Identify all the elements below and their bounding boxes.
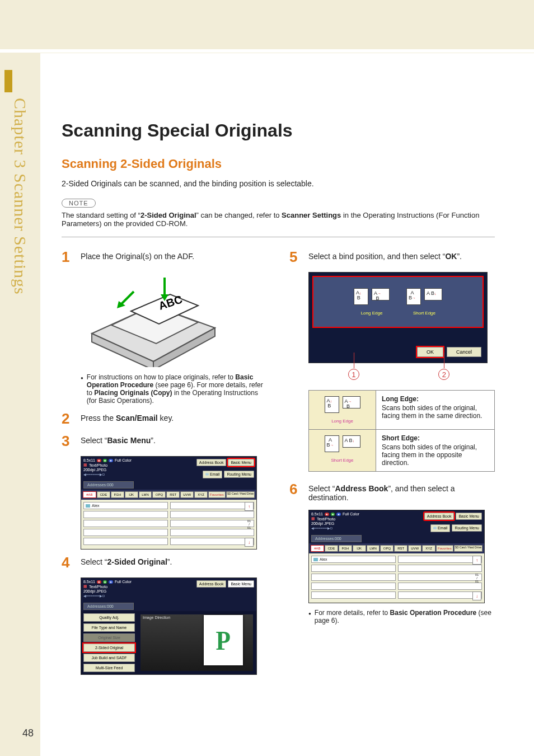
tab-opq[interactable]: OPQ: [380, 545, 394, 552]
basic-menu-button[interactable]: Basic Menu: [456, 513, 482, 520]
tab-ab[interactable]: #AB: [83, 491, 96, 498]
note-bold: 2-Sided Original: [140, 211, 196, 219]
long-edge-option[interactable]: A↓B A→B Long Edge: [354, 288, 390, 316]
scroll-up-button[interactable]: ↑: [245, 502, 254, 511]
doc-icon: A B↓: [424, 288, 442, 300]
tab-fgh[interactable]: FGH: [339, 545, 352, 552]
divider: [62, 237, 495, 237]
list-item[interactable]: [170, 529, 255, 536]
scroll-up-button[interactable]: ↑: [472, 556, 481, 565]
tab-lmn[interactable]: LMN: [139, 491, 152, 498]
short-edge-option[interactable]: AB→ A B↓ Short Edge: [406, 288, 442, 316]
tab-sdcard[interactable]: SD Card / Hard Drive: [226, 491, 255, 498]
tab-xyz[interactable]: XYZ: [194, 491, 208, 498]
tab-rst[interactable]: RST: [166, 491, 180, 498]
tab-fgh[interactable]: FGH: [111, 491, 124, 498]
2sided-original-button[interactable]: 2-Sided Original: [83, 644, 135, 652]
list-item[interactable]: [170, 511, 255, 518]
list-item[interactable]: [83, 520, 168, 527]
multisize-button[interactable]: Multi-Size Feed: [83, 664, 135, 672]
list-item[interactable]: [83, 529, 168, 536]
step-1: 1 Place the Original(s) on the ADF.: [62, 250, 267, 264]
table-row: AB→ A B↓ Short Edge Short Edge: Scans bo…: [309, 430, 494, 471]
cancel-button[interactable]: Cancel: [447, 347, 481, 357]
long-edge-cell-icon: A↓B A→B Long Edge: [309, 391, 376, 429]
page-content: Scanning Special Originals Scanning 2-Si…: [0, 53, 534, 703]
scroll-down-button[interactable]: ↓: [245, 538, 254, 547]
lcd-top-buttons: Address Book Basic Menu: [143, 578, 256, 602]
list-item[interactable]: [83, 511, 168, 518]
list-item[interactable]: [398, 591, 483, 599]
page-title: Scanning Special Originals: [62, 120, 495, 141]
step-3: 3 Select “Basic Menu”.: [62, 434, 267, 448]
address-book-button[interactable]: Address Book: [196, 580, 227, 588]
list-item[interactable]: [170, 538, 255, 545]
lcd-status: 8.5x11 ●●●Full Color ▦Text/Photo 200dpi …: [309, 510, 371, 534]
tab-ab[interactable]: #AB: [311, 545, 324, 552]
list-item[interactable]: [398, 565, 483, 572]
basic-menu-button[interactable]: Basic Menu: [228, 580, 254, 588]
pc-icon: [86, 504, 90, 508]
list-item[interactable]: [83, 538, 168, 545]
tab-cde[interactable]: CDE: [97, 491, 110, 498]
adf-illustration: ABC: [81, 272, 267, 369]
list-item[interactable]: Alex: [83, 502, 168, 509]
job-build-button[interactable]: Job Build and SADF: [83, 654, 135, 662]
tab-uvw[interactable]: UVW: [180, 491, 194, 498]
tab-sdcard[interactable]: SD Card / Hard Drive: [454, 545, 483, 552]
addresses-field[interactable]: Addresses:000: [311, 535, 362, 542]
list-item[interactable]: [170, 520, 255, 527]
list-item[interactable]: [398, 556, 483, 563]
step-number: 3: [62, 434, 81, 448]
list-item[interactable]: [311, 574, 396, 581]
step-text: Press the Scan/Email key.: [81, 411, 267, 426]
lcd-address-book: 8.5x11 ●●●Full Color ▦Text/Photo 200dpi …: [308, 510, 485, 603]
top-margin-band: [0, 0, 534, 53]
addresses-field[interactable]: Addresses:000: [83, 603, 134, 610]
lcd-addresses: Addresses:000: [83, 481, 254, 489]
list-item[interactable]: [398, 574, 483, 581]
address-book-button[interactable]: Address Book: [424, 513, 455, 520]
list-item[interactable]: Alex: [311, 556, 396, 563]
note-badge: NOTE: [62, 199, 96, 208]
tab-favorites[interactable]: Favorites: [436, 545, 453, 552]
doc-icon: A→B: [372, 288, 390, 300]
addresses-field[interactable]: Addresses:000: [83, 481, 134, 489]
bullet-bold: Basic Operation Procedure: [390, 609, 477, 617]
two-columns: 1 Place the Original(s) on the ADF. ABC: [62, 250, 495, 680]
tab-cde[interactable]: CDE: [325, 545, 338, 552]
email-button[interactable]: ✉Email: [203, 471, 223, 478]
lcd-top-buttons: Address Book Basic Menu ✉Email Routing M…: [371, 510, 484, 534]
filetype-button[interactable]: File Type and Name: [83, 623, 135, 632]
tab-opq[interactable]: OPQ: [152, 491, 166, 498]
left-column: 1 Place the Original(s) on the ADF. ABC: [62, 250, 267, 680]
routing-menu-button[interactable]: Routing Menu: [452, 524, 482, 532]
step-2: 2 Press the Scan/Email key.: [62, 411, 267, 426]
tab-xyz[interactable]: XYZ: [422, 545, 435, 552]
list-item[interactable]: [311, 591, 396, 599]
list-item[interactable]: [170, 502, 255, 509]
email-button[interactable]: ✉Email: [430, 524, 451, 532]
ok-button[interactable]: OK: [417, 347, 443, 357]
intro-text: 2-Sided Originals can be scanned, and th…: [62, 179, 495, 188]
tab-favorites[interactable]: Favorites: [208, 491, 226, 498]
tab-lmn[interactable]: LMN: [367, 545, 380, 552]
list-item[interactable]: [311, 583, 396, 590]
scroll-down-button[interactable]: ↓: [472, 591, 481, 600]
address-book-button[interactable]: Address Book: [196, 459, 227, 466]
routing-menu-button[interactable]: Routing Menu: [224, 471, 254, 478]
tab-ijk[interactable]: IJK: [353, 545, 366, 552]
lcd-side-menu: Quality Adj. File Type and Name Original…: [81, 611, 137, 674]
list-item[interactable]: [311, 565, 396, 572]
step6-bullet: For more details, refer to Basic Operati…: [308, 609, 495, 624]
note-bold: Scanner Settings: [282, 211, 341, 219]
step-text: Select “Address Book”, and then select a…: [308, 482, 495, 502]
tab-rst[interactable]: RST: [394, 545, 407, 552]
basic-menu-button[interactable]: Basic Menu: [228, 459, 254, 466]
step-number: 1: [62, 250, 81, 264]
original-size-button[interactable]: Original Size: [83, 633, 135, 642]
tab-uvw[interactable]: UVW: [408, 545, 421, 552]
quality-adj-button[interactable]: Quality Adj.: [83, 613, 135, 622]
tab-ijk[interactable]: IJK: [125, 491, 138, 498]
list-item[interactable]: [398, 583, 483, 590]
